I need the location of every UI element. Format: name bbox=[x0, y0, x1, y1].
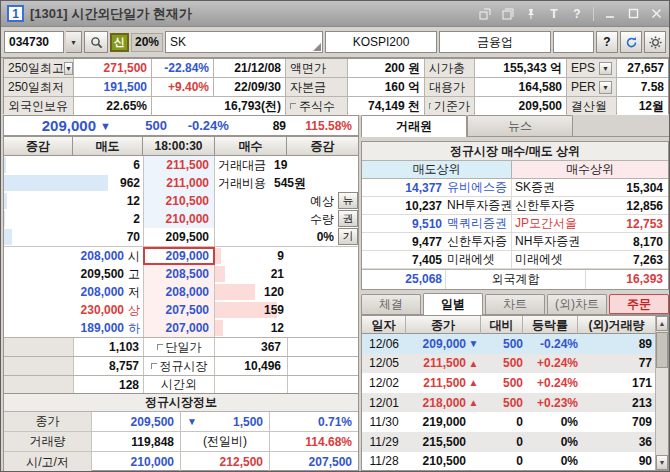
daily-row[interactable]: 11/29 215,500 0 0% 36 bbox=[362, 432, 668, 452]
tab-foreign-chart[interactable]: (외)차트 bbox=[547, 294, 607, 314]
titlebar-help-icon[interactable]: ? bbox=[570, 7, 584, 21]
daily-pct: +0.24% bbox=[523, 373, 578, 393]
daily-row[interactable]: 11/28 210,500 0 0% 90 bbox=[362, 452, 668, 472]
search-button[interactable] bbox=[84, 31, 108, 53]
daily-pct: +0.24% bbox=[523, 354, 578, 374]
daily-row[interactable]: 12/06 209,000 ▼ 500 -0.24% 89 bbox=[362, 334, 668, 354]
company-side-button[interactable]: 기 bbox=[338, 228, 358, 245]
daily-date: 12/05 bbox=[362, 354, 406, 374]
no-change-icon bbox=[466, 452, 481, 472]
foreign-buy-total: 16,393 bbox=[586, 272, 668, 286]
regular-market-label[interactable]: 정규시장 bbox=[143, 357, 215, 375]
col-pct[interactable]: 등락률 bbox=[523, 316, 578, 334]
ask-row[interactable]: 6 211,500 거래대금19 bbox=[4, 156, 358, 174]
lower-limit-label: 하 bbox=[128, 320, 140, 337]
tab-executions[interactable]: 체결 bbox=[361, 294, 421, 314]
settlement-value: 12월 bbox=[617, 97, 668, 115]
ask-row[interactable]: 12 210,500 예상 뉴 bbox=[4, 192, 358, 210]
tab-order[interactable]: 주문 bbox=[609, 294, 669, 314]
daily-row[interactable]: 12/02 211,500 ▲ 500 +0.24% 171 bbox=[362, 373, 668, 393]
per-label[interactable]: PER▼ bbox=[567, 78, 616, 96]
ask-price: 209,500 bbox=[143, 228, 215, 246]
low250-price: 191,500 bbox=[74, 78, 151, 96]
marketcap-value: 155,343 억 bbox=[475, 59, 566, 77]
broker-row[interactable]: 10,237 NH투자증권 신한투자증 12,856 bbox=[362, 197, 668, 215]
broker-panel-title: 정규시장 매수/매도 상위 bbox=[362, 142, 668, 161]
single-price-ask-total: 1,103 bbox=[74, 338, 143, 356]
daily-volume: 171 bbox=[578, 373, 654, 393]
minimize-button[interactable] bbox=[603, 7, 617, 21]
chevron-down-icon[interactable]: ▼ bbox=[64, 62, 73, 75]
pin-icon[interactable] bbox=[524, 7, 538, 21]
sell-broker: 신한투자증 bbox=[445, 233, 512, 251]
daily-close: 211,500 bbox=[406, 373, 466, 393]
broker-row[interactable]: 9,510 맥쿼리증권 JP모간서울 12,753 bbox=[362, 215, 668, 233]
label-text: PER bbox=[571, 80, 596, 94]
ask-row[interactable]: 70 209,500 0% 기 bbox=[4, 228, 358, 246]
quote-time: 18:00:30 bbox=[143, 136, 215, 156]
bid-row[interactable]: 209,500고 208,500 21 bbox=[4, 265, 358, 283]
buy-qty: 7,263 bbox=[586, 253, 668, 267]
news-side-button[interactable]: 뉴 bbox=[338, 192, 358, 209]
high250-label[interactable]: 250일최고▼ bbox=[4, 59, 73, 77]
scroll-thumb[interactable] bbox=[656, 332, 668, 368]
bid-qty: 120 bbox=[218, 283, 284, 301]
single-price-label[interactable]: 단일가 bbox=[143, 338, 215, 356]
rights-side-button[interactable]: 권 bbox=[338, 210, 358, 227]
buy-top-header: 매수상위 bbox=[512, 161, 668, 178]
daily-volume: 90 bbox=[578, 452, 654, 472]
code-dropdown-button[interactable]: ▼ bbox=[66, 31, 82, 53]
col-diff[interactable]: 대비 bbox=[481, 316, 523, 334]
col-date[interactable]: 일자 bbox=[362, 316, 406, 334]
maximize-button[interactable] bbox=[626, 7, 640, 21]
window-number-badge: 1 bbox=[7, 5, 24, 22]
close-label: 종가 bbox=[4, 412, 92, 431]
col-volume[interactable]: (외)거래량 bbox=[578, 316, 655, 334]
ask-qty: 6 bbox=[74, 156, 140, 174]
close-button[interactable] bbox=[649, 7, 663, 21]
sell-qty: 14,377 bbox=[362, 181, 445, 195]
text-size-icon[interactable]: T bbox=[547, 7, 561, 21]
current-volume: 89 bbox=[229, 119, 286, 133]
bid-row[interactable]: 189,000하 207,000 12 bbox=[4, 319, 358, 337]
bid-row[interactable]: 208,000저 208,000 120 bbox=[4, 283, 358, 301]
refresh-button[interactable] bbox=[620, 31, 642, 53]
daily-row[interactable]: 12/01 218,000 ▲ 500 +0.23% 213 bbox=[362, 393, 668, 413]
chevron-down-icon[interactable]: ▼ bbox=[599, 81, 612, 94]
ask-row[interactable]: 962 211,000 거래비용545원 bbox=[4, 174, 358, 192]
tab-chart[interactable]: 차트 bbox=[485, 294, 545, 314]
buy-broker: 미래에셋 bbox=[512, 251, 586, 269]
help-button[interactable]: ? bbox=[596, 31, 618, 53]
duplicate-icon[interactable] bbox=[501, 7, 515, 21]
afterhours-label[interactable]: 시간외 bbox=[143, 376, 215, 393]
col-close[interactable]: 종가 bbox=[406, 316, 481, 334]
broker-row[interactable]: 7,405 미래에셋 미래에셋 7,263 bbox=[362, 251, 668, 269]
bid-row[interactable]: 208,000시 209,000 9 bbox=[4, 247, 358, 265]
popout-icon[interactable] bbox=[478, 7, 492, 21]
chevron-down-icon[interactable]: ▼ bbox=[599, 62, 612, 75]
stock-code-input[interactable]: 034730 bbox=[4, 31, 64, 53]
shares-value: 74,149 천 bbox=[348, 97, 424, 115]
ask-row[interactable]: 2 210,000 수량 권 bbox=[4, 210, 358, 228]
broker-row[interactable]: 14,377 유비에스증 SK증권 15,304 bbox=[362, 179, 668, 197]
ohl-open: 210,000 bbox=[92, 452, 181, 472]
scrollbar[interactable]: ▲ ▼ bbox=[655, 316, 668, 470]
daily-change: 0 bbox=[481, 452, 523, 472]
stock-name-field[interactable]: SK bbox=[165, 31, 323, 53]
broker-row[interactable]: 9,477 신한투자증 NH투자증권 8,170 bbox=[362, 233, 668, 251]
tab-daily[interactable]: 일별 bbox=[423, 293, 483, 315]
totals-row: 1,103 단일가 367 bbox=[4, 337, 358, 356]
sell-broker: 유비에스증 bbox=[445, 179, 512, 197]
eps-label[interactable]: EPS▼ bbox=[567, 59, 616, 77]
settings-button[interactable] bbox=[644, 31, 666, 53]
tab-broker[interactable]: 거래원 bbox=[361, 115, 467, 137]
scroll-down-icon[interactable]: ▼ bbox=[656, 455, 668, 470]
bid-row[interactable]: 230,000상 207,500 159 bbox=[4, 301, 358, 319]
daily-row[interactable]: 11/30 219,000 0 0% 709 bbox=[362, 412, 668, 432]
daily-row[interactable]: 12/05 211,500 ▲ 500 +0.24% 77 bbox=[362, 354, 668, 374]
buy-qty: 15,304 bbox=[586, 181, 668, 195]
tab-news[interactable]: 뉴스 bbox=[467, 115, 573, 136]
daily-close: 211,500 bbox=[406, 354, 466, 374]
ask-qty: 2 bbox=[74, 210, 140, 228]
scroll-up-icon[interactable]: ▲ bbox=[656, 316, 668, 331]
